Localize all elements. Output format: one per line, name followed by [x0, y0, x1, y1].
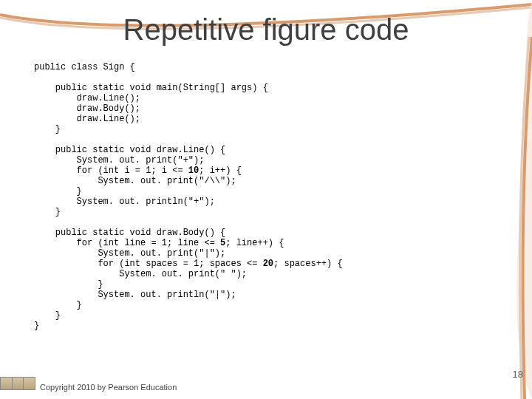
copyright-text: Copyright 2010 by Pearson Education — [40, 383, 177, 392]
code-line: } — [34, 300, 343, 310]
code-line — [34, 72, 343, 83]
books-icon — [0, 377, 35, 390]
code-line: for (int line = 1; line <= 5; line++) { — [34, 238, 343, 248]
code-line — [34, 134, 343, 145]
magic-number: 5 — [220, 238, 225, 248]
magic-number: 10 — [188, 166, 199, 176]
slide-title: Repetitive figure code — [0, 13, 532, 47]
code-line: public static void draw.Line() { — [34, 145, 343, 155]
code-line: public static void draw.Body() { — [34, 228, 343, 238]
code-line: draw.Line(); — [34, 114, 343, 124]
code-line: draw.Line(); — [34, 93, 343, 103]
code-line: public static void main(String[] args) { — [34, 83, 343, 93]
code-line: System. out. print(" "); — [34, 269, 343, 279]
code-line: System. out. print("|"); — [34, 248, 343, 259]
page-number: 18 — [513, 369, 523, 380]
magic-number: 20 — [263, 259, 273, 269]
code-line: } — [34, 310, 343, 321]
code-line: System. out. println("|"); — [34, 290, 343, 300]
code-line: } — [34, 321, 343, 331]
code-line: draw.Body(); — [34, 103, 343, 114]
code-line — [34, 217, 343, 228]
code-line: } — [34, 124, 343, 134]
code-line: System. out. print("/\\"); — [34, 176, 343, 186]
code-line: for (int i = 1; i <= 10; i++) { — [34, 166, 343, 176]
code-line: public class Sign { — [34, 62, 343, 72]
code-line: } — [34, 279, 343, 290]
code-line: } — [34, 207, 343, 217]
code-line: System. out. print("+"); — [34, 155, 343, 166]
code-line: for (int spaces = 1; spaces <= 20; space… — [34, 259, 343, 269]
code-block: public class Sign { public static void m… — [34, 62, 343, 331]
code-line: } — [34, 186, 343, 197]
code-line: System. out. println("+"); — [34, 197, 343, 207]
